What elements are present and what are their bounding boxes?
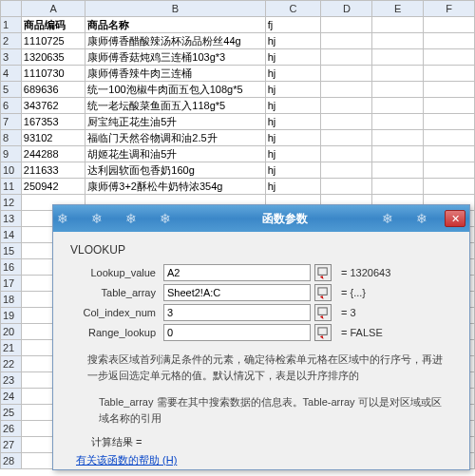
column-header[interactable]: D xyxy=(321,1,372,17)
cell[interactable] xyxy=(321,98,372,114)
cell[interactable]: 1110725 xyxy=(21,33,85,49)
param-input[interactable] xyxy=(163,284,311,301)
cell[interactable] xyxy=(424,98,475,114)
cell[interactable] xyxy=(372,33,424,49)
cell[interactable] xyxy=(321,179,372,195)
cell[interactable]: hj xyxy=(265,162,321,179)
row-header[interactable]: 17 xyxy=(1,276,22,292)
row-header[interactable]: 15 xyxy=(1,243,22,259)
column-header[interactable]: B xyxy=(86,1,265,17)
cell[interactable] xyxy=(424,17,475,33)
cell[interactable] xyxy=(321,66,372,82)
cell[interactable] xyxy=(372,82,424,98)
cell[interactable]: 244288 xyxy=(21,146,85,162)
cell[interactable]: 统一老坛酸菜鱼面五入118g*5 xyxy=(86,98,265,114)
row-header[interactable]: 10 xyxy=(1,162,22,179)
cell[interactable] xyxy=(321,162,372,179)
cell[interactable]: 211633 xyxy=(21,162,85,179)
row-header[interactable]: 26 xyxy=(1,421,22,437)
range-picker-icon[interactable] xyxy=(314,304,332,321)
row-header[interactable]: 13 xyxy=(1,211,22,227)
cell[interactable]: hj xyxy=(265,130,321,146)
row-header[interactable]: 3 xyxy=(1,49,22,66)
cell[interactable] xyxy=(424,130,475,146)
cell[interactable] xyxy=(424,162,475,179)
param-input[interactable] xyxy=(163,264,311,281)
column-header[interactable] xyxy=(1,1,22,17)
cell[interactable] xyxy=(372,162,424,179)
row-header[interactable]: 22 xyxy=(1,356,22,372)
cell[interactable]: 厨宝纯正花生油5升 xyxy=(86,114,265,130)
row-header[interactable]: 9 xyxy=(1,146,22,162)
row-header[interactable]: 14 xyxy=(1,227,22,243)
cell[interactable] xyxy=(372,17,424,33)
cell[interactable]: hj xyxy=(265,146,321,162)
cell[interactable]: 康师傅香菇炖鸡三连桶103g*3 xyxy=(86,49,265,66)
range-picker-icon[interactable] xyxy=(314,284,332,301)
cell[interactable] xyxy=(372,179,424,195)
cell[interactable]: hj xyxy=(265,179,321,195)
cell[interactable]: 250942 xyxy=(21,179,85,195)
column-header[interactable]: A xyxy=(21,1,85,17)
cell[interactable] xyxy=(424,33,475,49)
cell[interactable]: hj xyxy=(265,49,321,66)
cell[interactable] xyxy=(321,33,372,49)
cell[interactable] xyxy=(321,82,372,98)
cell[interactable]: hj xyxy=(265,82,321,98)
cell[interactable]: 康师傅香辣牛肉三连桶 xyxy=(86,66,265,82)
cell[interactable]: 胡姬花生调和油5升 xyxy=(86,146,265,162)
dialog-titlebar[interactable]: ❄ ❄ ❄ ❄ 函数参数 ❄ ❄ ✕ xyxy=(53,205,469,232)
cell[interactable] xyxy=(321,114,372,130)
cell[interactable]: 343762 xyxy=(21,98,85,114)
cell[interactable]: 福临门天然谷物调和油2.5升 xyxy=(86,130,265,146)
cell[interactable] xyxy=(372,66,424,82)
cell[interactable]: 统一100泡椒牛肉面五包入108g*5 xyxy=(86,82,265,98)
cell[interactable] xyxy=(372,49,424,66)
cell[interactable]: fj xyxy=(265,17,321,33)
close-icon[interactable]: ✕ xyxy=(445,210,466,227)
cell[interactable] xyxy=(321,17,372,33)
row-header[interactable]: 25 xyxy=(1,405,22,421)
row-header[interactable]: 12 xyxy=(1,195,22,211)
help-link[interactable]: 有关该函数的帮助 (H) xyxy=(76,453,177,467)
cell[interactable]: hj xyxy=(265,33,321,49)
cell[interactable] xyxy=(424,114,475,130)
range-picker-icon[interactable] xyxy=(314,324,332,341)
row-header[interactable]: 1 xyxy=(1,17,22,33)
row-header[interactable]: 28 xyxy=(1,453,22,469)
param-input[interactable] xyxy=(163,304,311,321)
row-header[interactable]: 20 xyxy=(1,324,22,340)
cell[interactable] xyxy=(424,49,475,66)
cell[interactable]: 达利园软面包香奶160g xyxy=(86,162,265,179)
cell[interactable]: 167353 xyxy=(21,114,85,130)
cell[interactable]: 商品名称 xyxy=(86,17,265,33)
row-header[interactable]: 6 xyxy=(1,98,22,114)
row-header[interactable]: 19 xyxy=(1,308,22,324)
param-input[interactable] xyxy=(163,324,311,341)
cell[interactable] xyxy=(372,146,424,162)
cell[interactable]: 康师傅3+2酥松牛奶特浓354g xyxy=(86,179,265,195)
cell[interactable] xyxy=(424,146,475,162)
column-header[interactable]: C xyxy=(265,1,321,17)
row-header[interactable]: 21 xyxy=(1,340,22,356)
cell[interactable]: 商品编码 xyxy=(21,17,85,33)
cell[interactable] xyxy=(372,114,424,130)
cell[interactable] xyxy=(321,49,372,66)
row-header[interactable]: 4 xyxy=(1,66,22,82)
column-header[interactable]: E xyxy=(372,1,424,17)
row-header[interactable]: 2 xyxy=(1,33,22,49)
cell[interactable] xyxy=(424,179,475,195)
row-header[interactable]: 18 xyxy=(1,292,22,308)
row-header[interactable]: 24 xyxy=(1,389,22,405)
cell[interactable] xyxy=(372,98,424,114)
cell[interactable]: 1110730 xyxy=(21,66,85,82)
row-header[interactable]: 8 xyxy=(1,130,22,146)
cell[interactable] xyxy=(372,130,424,146)
cell[interactable]: 1320635 xyxy=(21,49,85,66)
cell[interactable] xyxy=(424,82,475,98)
cell[interactable]: hj xyxy=(265,98,321,114)
cell[interactable] xyxy=(321,146,372,162)
row-header[interactable]: 7 xyxy=(1,114,22,130)
row-header[interactable]: 11 xyxy=(1,179,22,195)
cell[interactable]: 93102 xyxy=(21,130,85,146)
